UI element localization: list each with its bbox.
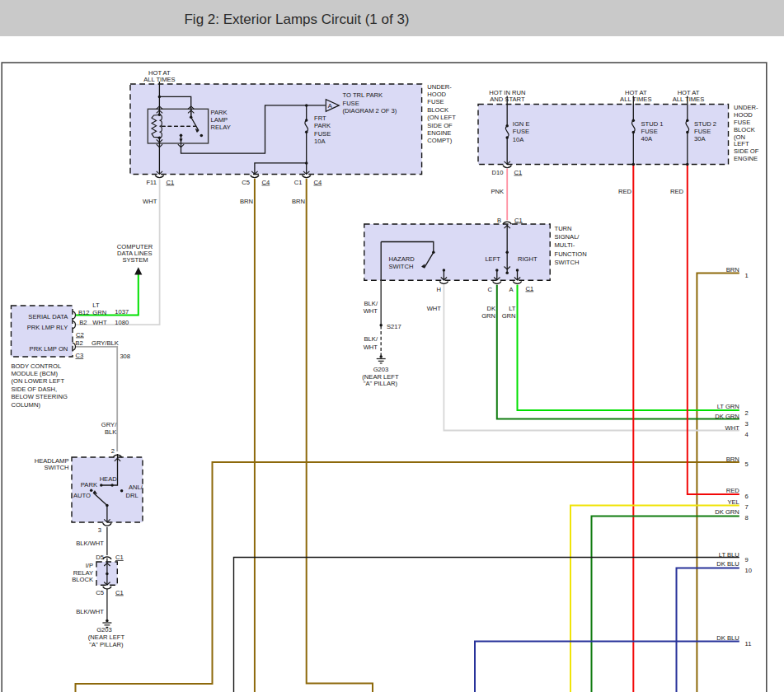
svg-text:WHT: WHT bbox=[92, 319, 107, 326]
svg-text:GRN: GRN bbox=[481, 312, 495, 320]
svg-text:H: H bbox=[437, 286, 441, 293]
svg-text:DK GRN: DK GRN bbox=[715, 508, 739, 516]
svg-text:10: 10 bbox=[745, 567, 752, 574]
svg-text:BLK: BLK bbox=[105, 428, 116, 436]
svg-text:C1: C1 bbox=[526, 285, 534, 292]
svg-text:SERIAL DATA: SERIAL DATA bbox=[28, 313, 68, 320]
svg-text:LT: LT bbox=[509, 305, 516, 312]
svg-text:TURN: TURN bbox=[555, 225, 572, 232]
svg-text:DK GRN: DK GRN bbox=[715, 413, 739, 420]
svg-text:10A: 10A bbox=[314, 138, 326, 145]
svg-text:SWITCH: SWITCH bbox=[555, 259, 580, 266]
svg-text:C1: C1 bbox=[115, 589, 124, 596]
svg-text:PARK: PARK bbox=[81, 481, 97, 489]
svg-text:9: 9 bbox=[745, 556, 749, 563]
svg-text:SIGNAL/: SIGNAL/ bbox=[555, 233, 580, 241]
svg-text:C4: C4 bbox=[262, 179, 270, 186]
svg-text:6: 6 bbox=[745, 493, 749, 500]
svg-text:GRN: GRN bbox=[502, 312, 516, 320]
svg-text:BLK/: BLK/ bbox=[364, 300, 378, 307]
svg-text:HOOD: HOOD bbox=[734, 111, 753, 119]
svg-text:C5: C5 bbox=[96, 589, 104, 596]
svg-text:2: 2 bbox=[745, 409, 749, 417]
svg-text:PRK LMP RLY: PRK LMP RLY bbox=[27, 324, 68, 331]
svg-text:LT BLU: LT BLU bbox=[719, 551, 739, 559]
svg-text:TO TRL PARK: TO TRL PARK bbox=[343, 91, 383, 99]
svg-text:ALL TIMES: ALL TIMES bbox=[143, 76, 175, 83]
svg-text:SIDE OF: SIDE OF bbox=[427, 122, 453, 129]
svg-text:GRN: GRN bbox=[92, 309, 106, 316]
svg-text:WHT: WHT bbox=[364, 307, 378, 315]
svg-text:8: 8 bbox=[745, 514, 749, 521]
svg-text:G203: G203 bbox=[373, 366, 389, 373]
svg-text:HEAD: HEAD bbox=[100, 475, 118, 483]
svg-text:LT GRN: LT GRN bbox=[717, 403, 739, 410]
svg-text:STUD 1: STUD 1 bbox=[641, 120, 664, 128]
svg-text:FUSE: FUSE bbox=[734, 119, 750, 126]
svg-text:G203: G203 bbox=[96, 626, 112, 634]
svg-text:IGN E: IGN E bbox=[513, 120, 530, 128]
svg-text:BLOCK: BLOCK bbox=[427, 106, 448, 114]
svg-text:WHT: WHT bbox=[143, 198, 157, 205]
svg-text:MULTI-: MULTI- bbox=[555, 241, 575, 249]
svg-text:ANL/: ANL/ bbox=[129, 484, 143, 491]
svg-text:RIGHT: RIGHT bbox=[518, 255, 538, 263]
svg-text:10A: 10A bbox=[513, 136, 524, 143]
svg-text:BLOCK: BLOCK bbox=[72, 576, 93, 583]
svg-text:B: B bbox=[497, 217, 501, 224]
svg-text:BRN: BRN bbox=[240, 198, 253, 205]
svg-text:DK BLU: DK BLU bbox=[716, 560, 739, 568]
svg-text:11: 11 bbox=[745, 640, 752, 648]
svg-text:40A: 40A bbox=[641, 135, 653, 143]
svg-text:BELOW STEERING: BELOW STEERING bbox=[12, 393, 68, 400]
svg-text:1080: 1080 bbox=[115, 319, 129, 326]
svg-text:FUSE: FUSE bbox=[427, 98, 444, 105]
svg-text:SWITCH: SWITCH bbox=[45, 464, 69, 471]
svg-text:FUSE: FUSE bbox=[343, 100, 359, 107]
svg-text:SIDE OF: SIDE OF bbox=[734, 147, 759, 155]
svg-text:BRN: BRN bbox=[726, 266, 739, 274]
svg-text:SIDE OF DASH,: SIDE OF DASH, bbox=[12, 386, 58, 393]
svg-text:DRL: DRL bbox=[126, 492, 138, 499]
svg-text:COLUMN): COLUMN) bbox=[12, 401, 41, 409]
svg-text:5: 5 bbox=[745, 461, 749, 468]
svg-text:DK: DK bbox=[486, 305, 495, 312]
svg-text:BLOCK: BLOCK bbox=[734, 126, 755, 133]
svg-text:Fig 2: Exterior Lamps Circuit: Fig 2: Exterior Lamps Circuit (1 of 3) bbox=[184, 12, 409, 27]
svg-text:(ON LEFT: (ON LEFT bbox=[427, 114, 456, 121]
svg-text:RED: RED bbox=[618, 188, 632, 195]
svg-text:C5: C5 bbox=[242, 179, 250, 186]
svg-text:FUSE: FUSE bbox=[314, 130, 331, 138]
svg-text:LAMP: LAMP bbox=[211, 116, 228, 124]
svg-text:MODULE (BCM): MODULE (BCM) bbox=[12, 370, 59, 377]
svg-text:STUD 2: STUD 2 bbox=[694, 120, 716, 128]
svg-text:RED: RED bbox=[726, 487, 740, 494]
svg-text:SYSTEM: SYSTEM bbox=[122, 256, 148, 264]
svg-text:F11: F11 bbox=[146, 179, 157, 186]
svg-text:LEFT: LEFT bbox=[485, 255, 500, 263]
svg-text:C1: C1 bbox=[115, 554, 124, 561]
svg-text:AND START: AND START bbox=[490, 96, 525, 103]
svg-text:WHT: WHT bbox=[427, 305, 442, 312]
svg-text:ALL TIMES: ALL TIMES bbox=[673, 96, 704, 103]
svg-text:COMPT): COMPT) bbox=[427, 137, 452, 144]
svg-text:FUNCTION: FUNCTION bbox=[555, 250, 587, 258]
svg-text:BLK/: BLK/ bbox=[364, 335, 378, 343]
svg-text:DK BLU: DK BLU bbox=[716, 634, 739, 642]
svg-text:FRT: FRT bbox=[314, 115, 326, 122]
svg-text:GRY/BLK: GRY/BLK bbox=[92, 339, 119, 347]
svg-text:B2: B2 bbox=[76, 339, 83, 347]
svg-text:3: 3 bbox=[745, 420, 749, 428]
svg-text:HOOD: HOOD bbox=[427, 91, 446, 98]
svg-text:3: 3 bbox=[98, 526, 101, 534]
svg-text:C2: C2 bbox=[76, 331, 84, 339]
svg-text:WHT: WHT bbox=[364, 344, 378, 351]
svg-text:S217: S217 bbox=[387, 323, 401, 330]
svg-text:FUSE: FUSE bbox=[694, 128, 711, 135]
svg-text:"A" PILLAR): "A" PILLAR) bbox=[364, 380, 398, 387]
svg-text:UNDER-: UNDER- bbox=[427, 83, 452, 91]
svg-text:GRY/: GRY/ bbox=[101, 421, 117, 428]
svg-text:SWITCH: SWITCH bbox=[389, 263, 414, 270]
svg-text:(DIAGRAM 2 OF 3): (DIAGRAM 2 OF 3) bbox=[343, 107, 397, 115]
svg-text:B2: B2 bbox=[79, 319, 87, 326]
